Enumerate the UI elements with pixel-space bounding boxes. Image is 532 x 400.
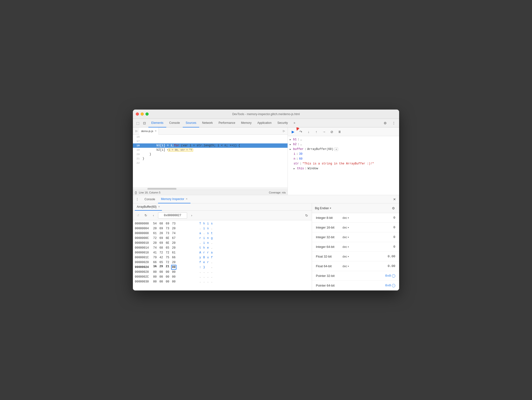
hex-char[interactable]: . — [203, 275, 205, 279]
hex-byte[interactable]: 69 — [159, 241, 164, 245]
bottom-more-icon[interactable]: ⋮ — [135, 197, 140, 202]
step-out-button[interactable]: ↑ — [313, 128, 320, 135]
hex-char[interactable]: e — [203, 261, 205, 264]
hex-char[interactable]: . — [199, 280, 202, 283]
hex-char[interactable]: . — [199, 241, 202, 245]
hex-byte[interactable]: 73 — [165, 227, 170, 230]
tab-more[interactable]: » — [291, 119, 298, 127]
refresh-button[interactable]: ↻ — [304, 212, 310, 219]
hex-byte[interactable]: 00 — [159, 280, 164, 283]
hex-char[interactable]: . — [199, 275, 202, 279]
arraybuffer-tab-close[interactable]: ✕ — [158, 205, 160, 208]
hex-byte[interactable]: 6E — [165, 237, 170, 240]
hex-byte[interactable]: 74 — [171, 232, 176, 235]
hex-char[interactable]: . — [206, 275, 209, 279]
value-format-selector[interactable]: dec▾ — [342, 245, 357, 249]
hex-char[interactable]: . — [199, 227, 202, 230]
tab-memory[interactable]: Memory — [238, 119, 254, 127]
hex-char[interactable]: t — [210, 232, 213, 235]
hex-byte[interactable]: 72 — [159, 251, 164, 254]
file-navigator-icon[interactable]: ▷ — [134, 128, 139, 134]
hex-byte[interactable]: 42 — [159, 256, 164, 259]
more-icon[interactable]: ⋮ — [390, 120, 397, 126]
hex-char[interactable]: . — [210, 246, 213, 250]
hex-char[interactable] — [206, 266, 209, 269]
hex-char[interactable]: r — [199, 237, 202, 240]
hex-char[interactable]: s — [206, 232, 209, 235]
hex-char[interactable]: u — [206, 256, 209, 259]
value-format-selector[interactable]: dec▾ — [342, 255, 357, 258]
hex-byte[interactable]: 61 — [152, 232, 158, 235]
hex-byte[interactable]: 41 — [152, 251, 158, 254]
hex-byte[interactable]: 66 — [152, 261, 158, 264]
maximize-button[interactable] — [145, 112, 149, 116]
hex-char[interactable]: . — [210, 275, 213, 279]
hex-char[interactable]: : — [199, 266, 202, 269]
hex-char[interactable]: n — [206, 241, 209, 245]
tab-console[interactable]: Console — [166, 119, 183, 127]
hex-byte[interactable]: 00 — [159, 275, 164, 279]
prev-addr-button[interactable]: ‹ — [150, 212, 157, 219]
minimize-button[interactable] — [141, 112, 144, 116]
hex-byte[interactable]: 3A — [152, 265, 158, 270]
resume-button[interactable]: ▶ — [290, 128, 296, 135]
hex-byte[interactable]: 68 — [159, 246, 164, 250]
goto-icon[interactable]: → — [392, 284, 395, 287]
hex-char[interactable]: . — [210, 270, 213, 274]
hex-char[interactable]: h — [203, 222, 205, 225]
hex-byte[interactable]: 72 — [152, 237, 158, 240]
hex-char[interactable]: i — [206, 222, 209, 225]
hex-byte[interactable]: 73 — [165, 232, 170, 235]
history-forward-icon[interactable]: ↻ — [143, 212, 149, 219]
hex-byte[interactable]: 66 — [171, 256, 176, 259]
hex-byte[interactable]: 00 — [171, 280, 176, 283]
hex-byte[interactable]: 20 — [171, 227, 176, 230]
file-tab-close-icon[interactable]: ✕ — [155, 130, 157, 132]
hex-byte[interactable]: 75 — [165, 256, 170, 259]
tab-performance[interactable]: Performance — [216, 119, 238, 127]
hex-char[interactable]: . — [203, 280, 205, 283]
hex-char[interactable]: i — [203, 241, 205, 245]
hex-char[interactable]: r — [206, 251, 209, 254]
hex-char[interactable]: f — [210, 256, 213, 259]
hex-byte[interactable]: 29 — [159, 265, 164, 270]
hex-char[interactable]: ) — [203, 266, 205, 269]
hex-char[interactable]: . — [206, 280, 209, 283]
hex-char[interactable]: . — [206, 270, 209, 274]
hex-char[interactable]: A — [199, 251, 202, 254]
address-input[interactable] — [158, 212, 187, 219]
memory-icon[interactable]: ⊞ — [334, 148, 338, 151]
hex-byte[interactable]: 00 — [165, 270, 170, 274]
hex-byte[interactable]: 00 — [159, 270, 164, 274]
hex-char[interactable]: g — [210, 237, 213, 240]
settings-icon[interactable]: ⚙ — [382, 120, 388, 126]
tab-application[interactable]: Application — [254, 119, 274, 127]
value-format-selector[interactable]: dec▾ — [342, 236, 357, 239]
hex-char[interactable]: e — [206, 246, 209, 250]
code-scrollbar[interactable] — [133, 188, 288, 190]
hex-char[interactable]: i — [203, 227, 205, 230]
hex-char[interactable]: B — [203, 256, 205, 259]
hex-byte[interactable]: 20 — [152, 227, 158, 230]
bottom-panel-close[interactable]: ✕ — [392, 197, 397, 202]
hex-char[interactable]: s — [210, 222, 213, 225]
hex-byte[interactable]: 72 — [165, 251, 170, 254]
hex-byte[interactable]: 00 — [171, 270, 176, 274]
hex-byte[interactable]: 00 — [165, 275, 170, 279]
tab-security[interactable]: Security — [274, 119, 291, 127]
hex-char[interactable]: y — [199, 256, 202, 259]
hex-byte[interactable]: 00 — [152, 275, 158, 279]
step-into-button[interactable]: ↓ — [305, 128, 312, 135]
hex-byte[interactable]: 69 — [159, 237, 164, 240]
hex-char[interactable]: T — [199, 222, 202, 225]
next-addr-button[interactable]: › — [189, 212, 195, 219]
hex-byte[interactable]: 00 — [152, 280, 158, 283]
hex-char[interactable]: . — [203, 270, 205, 274]
step-button[interactable]: → — [321, 128, 327, 135]
hex-char[interactable]: t — [199, 246, 202, 250]
pointer-link[interactable]: 0x0→ — [385, 274, 395, 278]
hex-byte[interactable]: 74 — [152, 246, 158, 250]
hex-byte[interactable]: 00 — [165, 280, 170, 283]
hex-byte[interactable]: 6E — [165, 241, 170, 245]
hex-byte[interactable]: 00 — [171, 275, 176, 279]
